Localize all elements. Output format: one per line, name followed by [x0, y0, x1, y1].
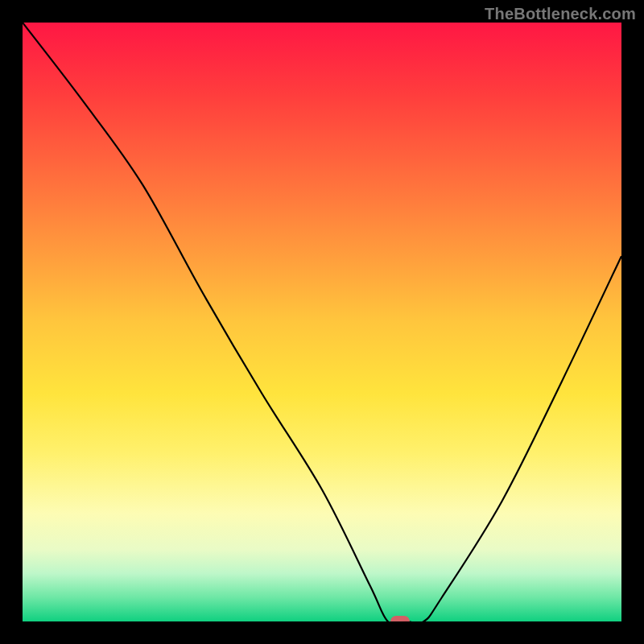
- chart-container: TheBottleneck.com: [0, 0, 644, 644]
- curve-path: [23, 23, 621, 621]
- watermark-text: TheBottleneck.com: [485, 5, 636, 23]
- bottleneck-curve: [23, 23, 621, 621]
- optimal-point-marker: [390, 616, 410, 621]
- plot-area: [23, 23, 621, 621]
